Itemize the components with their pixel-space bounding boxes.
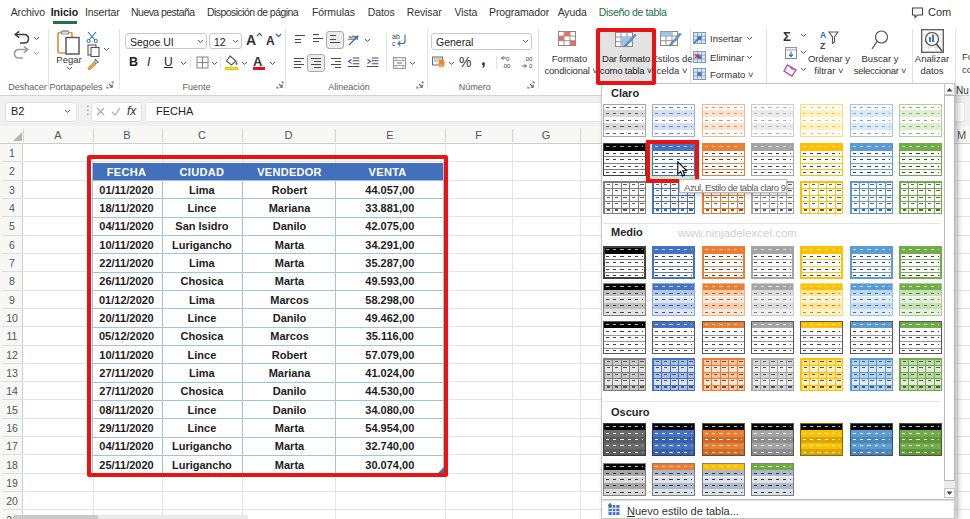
svg-text:A: A xyxy=(820,30,826,40)
svg-text:0: 0 xyxy=(529,63,533,69)
svg-text:.00: .00 xyxy=(524,56,533,62)
svg-text:ab: ab xyxy=(348,34,356,41)
svg-text:Z: Z xyxy=(820,41,825,51)
svg-text:.00: .00 xyxy=(502,63,511,69)
svg-text:c: c xyxy=(392,40,396,46)
svg-text:0: 0 xyxy=(506,56,510,62)
svg-text:ab: ab xyxy=(392,33,400,40)
